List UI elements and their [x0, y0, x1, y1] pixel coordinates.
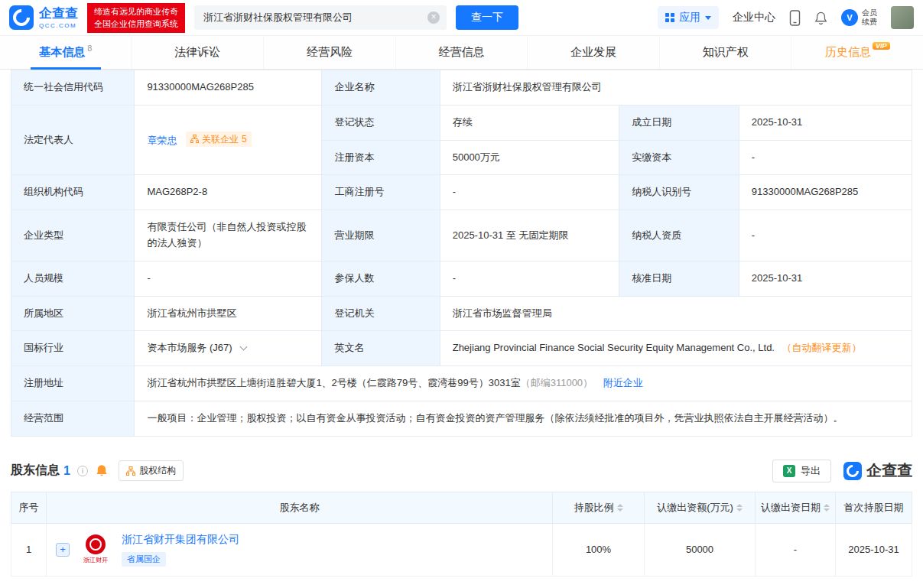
business-scope-value: 一般项目：企业管理；股权投资；以自有资金从事投资活动；自有资金投资的资产管理服务… — [135, 401, 912, 436]
header-right-group: 应用 企业中心 V 会员 续费 — [658, 6, 914, 29]
reg-status-label: 登记状态 — [322, 105, 440, 140]
tab-history-info[interactable]: 历史信息 VIP — [791, 36, 923, 69]
mobile-phone-icon[interactable] — [789, 10, 801, 26]
slogan-banner: 缔造有远见的商业传奇 全国企业信用查询系统 — [87, 3, 185, 33]
table-row: 经营范围 一般项目：企业管理；股权投资；以自有资金从事投资活动；自有资金投资的资… — [11, 401, 912, 436]
tab-company-development[interactable]: 企业发展 — [528, 36, 660, 69]
shareholder-logo-text: 浙江财开 — [83, 556, 108, 564]
shareholder-name-cell: + 浙江财开 浙江省财开集团有限公司 省属国企 — [47, 523, 553, 576]
notification-bell-icon[interactable] — [814, 11, 827, 25]
qcc-company-page: 企查查 QCC.COM 缔造有远见的商业传奇 全国企业信用查询系统 × 查一下 … — [0, 0, 923, 577]
company-type-label: 企业类型 — [11, 210, 135, 262]
reg-address-label: 注册地址 — [11, 366, 135, 401]
shareholder-name-link[interactable]: 浙江省财开集团有限公司 — [122, 533, 239, 547]
tab-basic-info[interactable]: 基本信息 8 — [0, 36, 132, 69]
table-row: 统一社会信用代码 91330000MAG268P285 企业名称 浙江省浙财社保… — [11, 70, 912, 106]
related-companies-label: 关联企业 — [202, 132, 239, 146]
business-term-label: 营业期限 — [322, 210, 440, 262]
member-vip-icon: V — [841, 9, 858, 26]
shareholder-logo-icon — [86, 534, 106, 554]
taxpayer-qual-value: - — [739, 210, 912, 262]
insured-count-label: 参保人数 — [322, 261, 440, 296]
sort-icon[interactable] — [736, 504, 743, 512]
shareholder-amount: 50000 — [645, 523, 756, 576]
equity-structure-button[interactable]: 股权结构 — [119, 460, 184, 481]
tab-operating-risk[interactable]: 经营风险 — [264, 36, 396, 69]
vip-badge: VIP — [873, 42, 890, 50]
tab-legal-litigation[interactable]: 法律诉讼 — [132, 36, 265, 69]
reg-number-label: 工商注册号 — [322, 175, 440, 210]
tab-operating-info[interactable]: 经营信息 — [396, 36, 528, 69]
search-button[interactable]: 查一下 — [456, 5, 518, 30]
table-row: 法定代表人 章荣忠 关联企业 5 登记状态 存续 成立日期 2025-10-31 — [11, 105, 912, 140]
expand-row-button[interactable]: + — [56, 543, 70, 557]
org-code-label: 组织机构代码 — [11, 175, 135, 210]
enterprise-center-link[interactable]: 企业中心 — [733, 11, 775, 24]
export-label: 导出 — [801, 464, 821, 478]
shareholder-table-header: 序号 股东名称 持股比例 认缴出资额(万元) 认缴出资日期 首次持股日期 — [11, 492, 912, 523]
qcc-logo[interactable]: 企查查 QCC.COM — [9, 5, 78, 30]
slogan-line1: 缔造有远见的商业传奇 — [94, 5, 178, 18]
qcc-watermark-icon — [843, 462, 862, 480]
qcc-logo-domain: QCC.COM — [39, 22, 78, 29]
shareholder-subscribe-date: - — [756, 523, 836, 576]
table-row: 国标行业 资本市场服务 (J67) 英文名 Zhejiang Provincia… — [11, 331, 912, 366]
reg-address-text: 浙江省杭州市拱墅区上塘街道胜碧大厦1、2号楼（仁霞路79号、霞湾巷99号）303… — [147, 377, 520, 388]
export-button[interactable]: X 导出 — [772, 460, 831, 482]
shareholder-first-date: 2025-10-31 — [836, 523, 912, 576]
equity-structure-label: 股权结构 — [139, 464, 176, 477]
legal-rep-link[interactable]: 章荣忠 — [147, 134, 177, 145]
member-renewal-button[interactable]: V 会员 续费 — [841, 8, 877, 28]
english-name-label: 英文名 — [322, 331, 440, 366]
chevron-down-icon — [705, 16, 711, 20]
english-name-value: Zhejiang Provincial Finance Social Secur… — [440, 331, 912, 366]
region-label: 所属地区 — [11, 296, 135, 331]
table-row: 注册地址 浙江省杭州市拱墅区上塘街道胜碧大厦1、2号楼（仁霞路79号、霞湾巷99… — [11, 366, 912, 401]
related-companies-badge[interactable]: 关联企业 5 — [186, 132, 252, 147]
table-row: 所属地区 浙江省杭州市拱墅区 登记机关 浙江省市场监督管理局 — [11, 296, 912, 331]
equity-structure-icon — [126, 466, 135, 476]
col-shareholder-name: 股东名称 — [47, 492, 553, 523]
uscc-value: 91330000MAG268P285 — [135, 70, 322, 106]
app-grid-icon — [665, 13, 674, 22]
search-input[interactable] — [194, 5, 447, 30]
company-name-label: 企业名称 — [322, 70, 440, 106]
reg-capital-value: 50000万元 — [440, 140, 619, 175]
subscribe-bell-icon[interactable] — [96, 464, 108, 477]
sort-icon[interactable] — [824, 504, 830, 512]
taxpayer-id-label: 纳税人识别号 — [619, 175, 739, 210]
slogan-line2: 全国企业信用查询系统 — [94, 18, 178, 31]
uscc-label: 统一社会信用代码 — [11, 70, 135, 106]
business-term-value: 2025-10-31 至 无固定期限 — [440, 210, 619, 262]
industry-expand-icon[interactable] — [240, 343, 248, 351]
tab-intellectual-property-label: 知识产权 — [703, 45, 749, 60]
col-ratio[interactable]: 持股比例 — [553, 492, 645, 523]
info-icon[interactable]: i — [77, 466, 88, 476]
establish-date-value: 2025-10-31 — [739, 105, 912, 140]
nearby-companies-link[interactable]: 附近企业 — [603, 377, 643, 388]
col-first-holding-date[interactable]: 首次持股日期 — [836, 492, 912, 523]
basic-info-table: 统一社会信用代码 91330000MAG268P285 企业名称 浙江省浙财社保… — [11, 70, 912, 437]
member-renewal-line1: 会员 — [862, 8, 877, 18]
app-menu-button[interactable]: 应用 — [658, 6, 719, 29]
auto-translate-note[interactable]: （自动翻译更新） — [782, 342, 862, 353]
qcc-logo-name: 企查查 — [39, 7, 78, 20]
reg-status-value: 存续 — [440, 105, 619, 140]
staff-size-value: - — [135, 261, 322, 296]
staff-size-label: 人员规模 — [11, 261, 135, 296]
sort-icon[interactable] — [617, 504, 623, 512]
industry-value: 资本市场服务 (J67) — [135, 331, 322, 366]
tab-intellectual-property[interactable]: 知识产权 — [660, 36, 792, 69]
clear-search-icon[interactable]: × — [427, 11, 440, 24]
col-subscribed-date[interactable]: 认缴出资日期 — [756, 492, 836, 523]
col-subscribed-amount[interactable]: 认缴出资额(万元) — [645, 492, 756, 523]
reg-authority-label: 登记机关 — [322, 296, 440, 331]
business-scope-label: 经营范围 — [11, 401, 135, 436]
qcc-watermark-text: 企查查 — [866, 460, 912, 481]
reg-number-value: - — [440, 175, 619, 210]
user-avatar[interactable] — [891, 6, 914, 29]
app-menu-label: 应用 — [679, 11, 700, 24]
english-name-text: Zhejiang Provincial Finance Social Secur… — [453, 342, 775, 353]
related-companies-count: 5 — [242, 132, 247, 146]
taxpayer-qual-label: 纳税人资质 — [619, 210, 739, 262]
